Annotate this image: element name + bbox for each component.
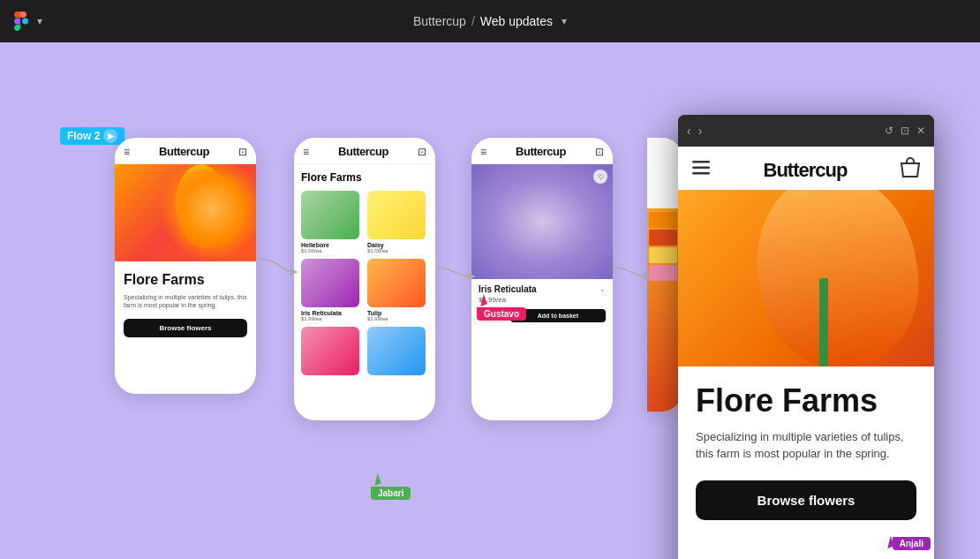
preview-close-button[interactable]: ✕	[916, 125, 925, 137]
partial-content	[647, 138, 682, 412]
preview-actions: ↺ ⊡ ✕	[885, 125, 925, 137]
canvas: Flow 2 ▶ M / Purveyor ≡ Buttercup ⊡ Flor…	[0, 42, 980, 559]
svg-rect-1	[692, 167, 710, 170]
frame-purveyor: M / Purveyor ≡ Buttercup ⊡ Flore Farms S…	[115, 138, 256, 394]
shop-item-iris[interactable]: Iris Reticulata $1.99/ea	[301, 259, 362, 321]
figma-icon	[11, 11, 32, 32]
flow-play-button[interactable]: ▶	[103, 129, 117, 143]
page-dropdown-icon[interactable]: ▾	[562, 15, 567, 27]
purveyor-content: Flore Farms Specializing in multiple var…	[115, 261, 256, 346]
preview-hamburger-icon	[692, 161, 710, 179]
logo-area: ▾	[11, 11, 42, 32]
iris-image	[301, 259, 359, 307]
preview-back-button[interactable]: ‹	[687, 124, 691, 138]
flower-petal-back	[171, 164, 225, 230]
flow-badge: Flow 2 ▶	[60, 127, 124, 145]
pdp-brand: Buttercup	[516, 145, 566, 158]
partial-orange	[647, 208, 682, 412]
flower-petal-front	[168, 164, 248, 255]
purveyor-flower-image	[115, 164, 256, 261]
iris-name: Iris Reticulata	[301, 310, 362, 316]
daisy-name: Daisy	[367, 242, 428, 248]
topbar: ▾ Buttercup / Web updates ▾	[0, 0, 980, 42]
pdp-hamburger-icon: ≡	[480, 146, 486, 158]
daisy-image	[367, 191, 426, 239]
purveyor-brand: Buttercup	[159, 145, 209, 158]
preview-flower-image	[678, 190, 934, 366]
preview-farm-desc: Specializing in multiple varieties of tu…	[696, 428, 916, 463]
farm-desc: Specializing in multiple varieties of tu…	[124, 293, 247, 311]
shop-item-extra2	[367, 327, 428, 378]
farm-name: Flore Farms	[124, 272, 247, 288]
shop-hamburger-icon: ≡	[303, 146, 309, 158]
preview-modal: ‹ › ↺ ⊡ ✕ Buttercu	[678, 115, 934, 559]
dropdown-arrow[interactable]: ▾	[37, 15, 42, 27]
preview-forward-button[interactable]: ›	[698, 124, 703, 138]
swatch-orange	[649, 212, 677, 228]
jabari-cursor-arrow	[371, 473, 381, 486]
hellebore-name: Hellebore	[301, 242, 362, 248]
project-name: Buttercup	[413, 14, 466, 28]
tulip-price: $1.99/ea	[367, 316, 428, 321]
hamburger-icon: ≡	[124, 146, 130, 158]
preview-mobile-header: Buttercup	[678, 147, 934, 190]
preview-browse-button[interactable]: Browse flowers	[696, 480, 916, 520]
preview-refresh-button[interactable]: ↺	[885, 125, 893, 137]
hellebore-price: $1.00/ea	[301, 248, 362, 253]
pdp-chevron-icon: ⌄	[599, 285, 606, 293]
iris-price: $1.99/ea	[301, 316, 362, 321]
pdp-product-name: Iris Reticulata	[479, 284, 537, 294]
cursor-gustavo: Gustavo	[477, 295, 526, 321]
cursor-jabari: Jabari	[371, 474, 411, 500]
anjali-cursor-label: Anjali	[893, 537, 931, 550]
jabari-cursor-label: Jabari	[371, 487, 411, 500]
preview-topbar: ‹ › ↺ ⊡ ✕	[678, 115, 934, 147]
shop-brand: Buttercup	[338, 145, 388, 158]
preview-screen: Buttercup Flore Farms	[678, 147, 934, 559]
browse-flowers-button[interactable]: Browse flowers	[124, 319, 247, 337]
frame-partial: M / C	[647, 138, 682, 412]
shop-content: Flore Farms Hellebore $1.00/ea Daisy $1.…	[294, 164, 435, 385]
tulip-name: Tulip	[367, 310, 428, 316]
pdp-product-image: ♡	[471, 164, 613, 279]
extra1-image	[301, 327, 359, 375]
preview-brand: Buttercup	[764, 159, 848, 182]
preview-content-card: Flore Farms Specializing in multiple var…	[678, 366, 934, 534]
pdp-heart-icon[interactable]: ♡	[593, 170, 607, 184]
shop-item-hellebore[interactable]: Hellebore $1.00/ea	[301, 191, 362, 253]
shop-item-extra1	[301, 327, 362, 378]
shop-section-title: Flore Farms	[301, 171, 428, 184]
shop-item-daisy[interactable]: Daisy $1.00/ea	[367, 191, 428, 253]
bag-icon: ⊡	[238, 146, 247, 158]
shop-grid: Hellebore $1.00/ea Daisy $1.00/ea Iris R…	[301, 191, 428, 378]
preview-bag-icon	[901, 157, 920, 183]
flow-text: Flow 2	[67, 130, 100, 142]
extra2-image	[367, 327, 426, 375]
pdp-bag-icon: ⊡	[595, 146, 604, 158]
breadcrumb: Buttercup / Web updates ▾	[413, 14, 567, 28]
partial-top	[647, 138, 682, 208]
swatch-yellow	[649, 247, 677, 263]
shop-item-tulip[interactable]: Tulip $1.99/ea	[367, 259, 428, 321]
gustavo-cursor-label: Gustavo	[477, 307, 526, 321]
preview-external-button[interactable]: ⊡	[901, 125, 909, 137]
page-name: Web updates	[480, 14, 553, 28]
cursor-anjali: Anjali	[886, 537, 931, 550]
preview-farm-name: Flore Farms	[696, 384, 916, 418]
breadcrumb-separator: /	[471, 14, 475, 28]
svg-rect-2	[692, 172, 710, 175]
swatch-pink	[649, 265, 677, 281]
svg-rect-0	[692, 161, 710, 163]
daisy-price: $1.00/ea	[367, 248, 428, 253]
swatch-red	[649, 230, 677, 246]
tulip-image	[367, 259, 426, 307]
shop-bag-icon: ⊡	[418, 146, 426, 158]
pdp-flower-bg	[471, 164, 613, 279]
pdp-header: ≡ Buttercup ⊡	[471, 138, 613, 164]
preview-phone-content: Buttercup Flore Farms	[678, 147, 934, 559]
purveyor-header: ≡ Buttercup ⊡	[115, 138, 256, 164]
flow-label: Flow 2 ▶	[60, 127, 124, 145]
shop-header: ≡ Buttercup ⊡	[294, 138, 435, 164]
frame-pdp: M / PDP ≡ Buttercup ⊡ ♡ Iris Reticulata …	[471, 138, 613, 420]
hellebore-image	[301, 191, 359, 239]
